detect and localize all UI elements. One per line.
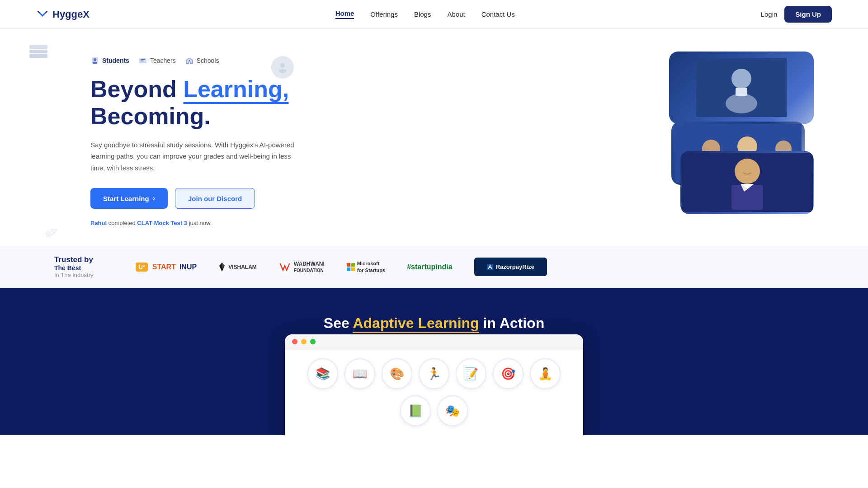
browser-content: 📚 📖 🎨 🏃 📝 🎯 🧘 📗 🎭: [285, 349, 583, 435]
logo-microsoft: Microsoft for Startups: [346, 260, 385, 273]
trusted-label: Trusted by The Best In The Industry: [54, 255, 136, 278]
nav-blogs[interactable]: Blogs: [414, 10, 431, 18]
trusted-line2: The Best: [54, 264, 136, 272]
activity-test[interactable]: CLAT Mock Test 3: [137, 220, 187, 226]
svg-rect-29: [351, 267, 355, 271]
adaptive-section: See Adaptive Learning in Action ⟶ 📚 📖 🎨 …: [0, 288, 868, 435]
login-button[interactable]: Login: [761, 10, 778, 18]
tab-schools[interactable]: Schools: [185, 56, 219, 65]
discord-button[interactable]: Join our Discord: [175, 188, 255, 209]
hero-buttons: Start Learning › Join our Discord: [90, 188, 298, 209]
hero-title-part2: Becoming.: [90, 103, 211, 129]
nav-actions: Login Sign Up: [761, 6, 832, 23]
stack-decoration: [27, 41, 50, 65]
adaptive-highlight: Adaptive Learning: [353, 315, 479, 331]
trusted-line3: In The Industry: [54, 272, 136, 278]
hero-title-part1: Beyond: [90, 76, 183, 102]
browser-dot-red: [292, 339, 297, 344]
start-learning-button[interactable]: Start Learning ›: [90, 188, 168, 209]
browser-icon-run: 🏃: [419, 358, 449, 389]
svg-point-3: [94, 58, 96, 61]
browser-dot-green: [310, 339, 316, 344]
browser-bar: [285, 334, 583, 349]
hero-images: [642, 52, 814, 214]
tab-teachers[interactable]: Teachers: [138, 56, 176, 65]
svg-point-11: [731, 69, 751, 89]
svg-rect-8: [189, 60, 190, 61]
activity-username[interactable]: Rahul: [90, 220, 107, 226]
browser-icon-target: 🎯: [493, 358, 524, 389]
hero-title-highlight: Learning,: [183, 76, 289, 102]
adaptive-title: See Adaptive Learning in Action: [36, 315, 832, 332]
svg-point-1: [279, 69, 286, 73]
logo-razorpay: RazorpayRize: [474, 258, 547, 276]
nav-offerings[interactable]: Offerings: [370, 10, 398, 18]
browser-icon-meditation: 🧘: [530, 358, 561, 389]
navbar: HyggeX Home Offerings Blogs About Contac…: [0, 0, 868, 29]
svg-point-0: [280, 63, 285, 68]
hero-activity: Rahul completed CLAT Mock Test 3 just no…: [90, 220, 298, 226]
schools-icon: [185, 56, 194, 65]
logo-startinup: U² START INUP: [136, 263, 197, 272]
svg-rect-31: [29, 54, 47, 58]
browser-icon-reading: 📚: [307, 358, 338, 389]
nav-links: Home Offerings Blogs About Contact Us: [335, 9, 515, 19]
svg-rect-7: [141, 61, 144, 61]
students-icon: [90, 56, 99, 65]
svg-rect-33: [29, 45, 47, 49]
signup-button[interactable]: Sign Up: [784, 6, 832, 23]
activity-text: completed: [108, 220, 137, 226]
floating-avatar-decoration: [271, 56, 294, 79]
tab-teachers-label: Teachers: [150, 57, 176, 64]
browser-icon-art: 🎨: [382, 358, 412, 389]
hero-section: Students Teachers: [0, 29, 868, 246]
trusted-strip: Trusted by The Best In The Industry U² S…: [0, 246, 868, 288]
nav-home[interactable]: Home: [335, 9, 354, 19]
trusted-logos: U² START INUP VISHALAM WADHWANIFOUNDATIO…: [136, 258, 814, 276]
browser-icon-notes: 📝: [456, 358, 486, 389]
svg-rect-27: [351, 263, 355, 267]
mock-browser-wrapper: 📚 📖 🎨 🏃 📝 🎯 🧘 📗 🎭: [36, 334, 832, 435]
browser-icon-theater: 🎭: [437, 395, 468, 426]
svg-rect-13: [736, 88, 747, 96]
teachers-icon: [138, 56, 147, 65]
hero-tabs: Students Teachers: [90, 56, 298, 65]
svg-point-12: [726, 94, 757, 113]
nav-contact[interactable]: Contact Us: [481, 10, 515, 18]
image-stack: [642, 52, 814, 214]
nav-about[interactable]: About: [447, 10, 465, 18]
browser-icon-books: 📖: [344, 358, 375, 389]
hero-image-3: [680, 151, 814, 214]
logo[interactable]: HyggeX: [36, 9, 90, 20]
activity-suffix: just now.: [189, 220, 212, 226]
trusted-line1: Trusted by: [54, 255, 136, 264]
hero-description: Say goodbye to stressful study sessions.…: [90, 139, 298, 174]
browser-dot-yellow: [301, 339, 307, 344]
svg-rect-28: [347, 267, 350, 271]
svg-rect-26: [347, 263, 350, 267]
tab-students[interactable]: Students: [90, 56, 129, 65]
tab-students-label: Students: [102, 57, 129, 64]
logo-startupindia: #startupindia: [407, 263, 452, 271]
svg-rect-32: [29, 50, 47, 53]
hero-image-1: [669, 52, 814, 124]
mock-browser: 📚 📖 🎨 🏃 📝 🎯 🧘 📗 🎭: [285, 334, 583, 435]
tab-schools-label: Schools: [197, 57, 219, 64]
hero-title: Beyond Learning, Becoming.: [90, 76, 298, 130]
logo-vishalam: VISHALAM: [218, 262, 257, 272]
hero-left: Students Teachers: [90, 52, 298, 226]
svg-rect-6: [141, 59, 145, 60]
arrow-right-icon: ›: [153, 194, 155, 202]
svg-point-4: [93, 62, 97, 64]
svg-point-22: [735, 159, 760, 184]
pencil-decoration: ✏: [42, 221, 63, 244]
browser-icon-book: 📗: [400, 395, 431, 426]
brand-name: HyggeX: [52, 9, 90, 20]
logo-wadhwani: WADHWANIFOUNDATION: [278, 261, 325, 273]
